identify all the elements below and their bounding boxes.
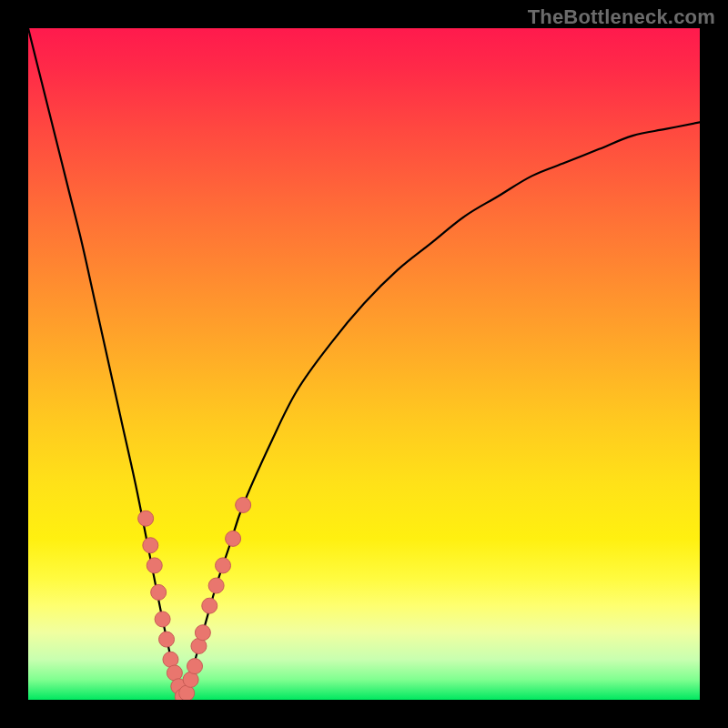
bottleneck-curve <box>28 28 700 700</box>
data-marker <box>138 511 154 526</box>
data-marker <box>155 612 170 627</box>
chart-frame: TheBottleneck.com <box>0 0 728 728</box>
data-marker <box>151 584 167 600</box>
watermark-text: TheBottleneck.com <box>528 5 715 29</box>
data-marker <box>208 578 224 593</box>
data-marker <box>143 538 158 553</box>
data-marker <box>159 632 175 647</box>
data-marker <box>187 659 203 674</box>
data-marker <box>147 558 162 573</box>
chart-svg <box>28 28 700 700</box>
data-marker <box>202 598 217 613</box>
data-marker <box>226 531 241 546</box>
data-marker <box>195 625 210 641</box>
plot-area <box>28 28 700 700</box>
data-marker <box>216 558 231 573</box>
data-marker <box>236 497 251 512</box>
data-markers <box>138 497 251 700</box>
